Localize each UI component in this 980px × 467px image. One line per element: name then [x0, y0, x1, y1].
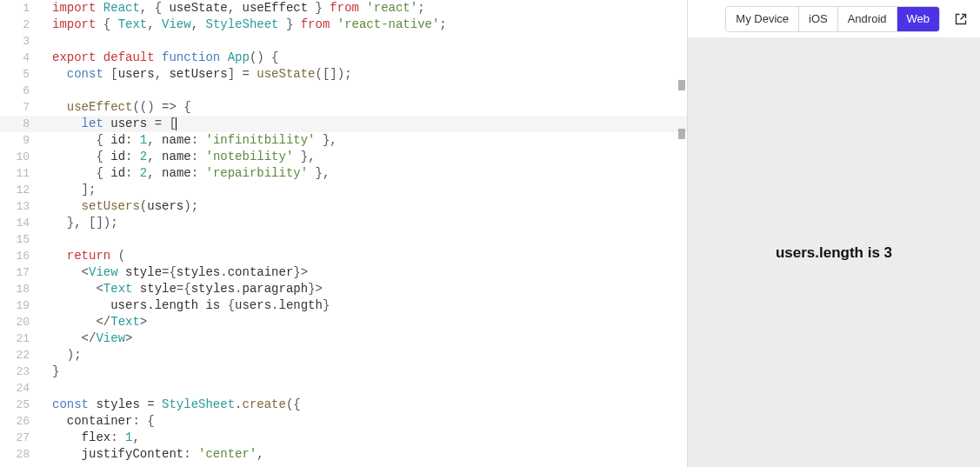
code-line[interactable]: 22 ); — [0, 347, 687, 364]
code-line[interactable]: 5 const [users, setUsers] = useState([])… — [0, 66, 687, 83]
line-number: 14 — [0, 215, 45, 231]
code-line[interactable]: 6 — [0, 83, 687, 99]
code-line[interactable]: 19 users.length is {users.length} — [0, 297, 687, 314]
line-number: 25 — [0, 397, 45, 413]
code-content[interactable]: import React, { useState, useEffect } fr… — [45, 0, 687, 17]
line-number: 2 — [0, 17, 45, 33]
code-content[interactable]: { id: 1, name: 'infinitbility' }, — [45, 132, 687, 149]
line-number: 18 — [0, 281, 45, 297]
code-content[interactable] — [45, 380, 687, 397]
code-content[interactable]: setUsers(users); — [45, 198, 687, 215]
line-number: 6 — [0, 83, 45, 99]
code-line[interactable]: 12 ]; — [0, 182, 687, 198]
code-line[interactable]: 24 — [0, 380, 687, 397]
tab-web[interactable]: Web — [897, 7, 940, 31]
line-number: 20 — [0, 314, 45, 330]
code-content[interactable] — [45, 83, 687, 99]
line-number: 11 — [0, 165, 45, 182]
code-content[interactable]: let users = [ — [45, 116, 687, 132]
code-line[interactable]: 28 justifyContent: 'center', — [0, 446, 687, 463]
line-number: 8 — [0, 116, 45, 132]
code-content[interactable]: flex: 1, — [45, 430, 687, 446]
code-line[interactable]: 14 }, []); — [0, 215, 687, 231]
line-number: 15 — [0, 231, 45, 248]
code-line[interactable]: 2import { Text, View, StyleSheet } from … — [0, 17, 687, 33]
code-line[interactable]: 4export default function App() { — [0, 50, 687, 66]
open-external-icon[interactable] — [952, 10, 970, 28]
line-number: 9 — [0, 132, 45, 149]
code-content[interactable] — [45, 231, 687, 248]
code-content[interactable]: </Text> — [45, 314, 687, 330]
code-content[interactable]: ]; — [45, 182, 687, 198]
code-line[interactable]: 18 <Text style={styles.paragraph}> — [0, 281, 687, 297]
code-line[interactable]: 13 setUsers(users); — [0, 198, 687, 215]
code-line[interactable]: 15 — [0, 231, 687, 248]
code-content[interactable]: } — [45, 364, 687, 380]
platform-tabs: My Device iOS Android Web — [725, 6, 940, 32]
line-number: 16 — [0, 248, 45, 264]
code-content[interactable]: const [users, setUsers] = useState([]); — [45, 66, 687, 83]
code-line[interactable]: 27 flex: 1, — [0, 430, 687, 446]
code-content[interactable]: export default function App() { — [45, 50, 687, 66]
code-line[interactable]: 8 let users = [ — [0, 116, 687, 132]
code-content[interactable]: { id: 2, name: 'notebility' }, — [45, 149, 687, 165]
line-number: 10 — [0, 149, 45, 165]
code-line[interactable]: 25const styles = StyleSheet.create({ — [0, 397, 687, 413]
code-line[interactable]: 7 useEffect(() => { — [0, 99, 687, 116]
line-number: 27 — [0, 430, 45, 446]
tab-android[interactable]: Android — [838, 7, 897, 31]
code-content[interactable]: container: { — [45, 413, 687, 430]
line-number: 24 — [0, 380, 45, 397]
line-number: 26 — [0, 413, 45, 430]
code-content[interactable]: justifyContent: 'center', — [45, 446, 687, 463]
code-content[interactable]: users.length is {users.length} — [45, 297, 687, 314]
preview-viewport: users.length is 3 — [688, 38, 980, 467]
line-number: 1 — [0, 0, 45, 17]
app-root: 1import React, { useState, useEffect } f… — [0, 0, 980, 467]
line-number: 5 — [0, 66, 45, 83]
preview-output-text: users.length is 3 — [776, 245, 892, 260]
code-line[interactable]: 9 { id: 1, name: 'infinitbility' }, — [0, 132, 687, 149]
code-content[interactable]: useEffect(() => { — [45, 99, 687, 116]
code-content[interactable]: import { Text, View, StyleSheet } from '… — [45, 17, 687, 33]
code-content[interactable]: const styles = StyleSheet.create({ — [45, 397, 687, 413]
preview-header: My Device iOS Android Web — [688, 0, 980, 38]
line-number: 13 — [0, 198, 45, 215]
line-number: 7 — [0, 99, 45, 116]
code-line[interactable]: 3 — [0, 33, 687, 50]
line-number: 22 — [0, 347, 45, 364]
line-number: 28 — [0, 446, 45, 463]
code-editor[interactable]: 1import React, { useState, useEffect } f… — [0, 0, 687, 467]
code-content[interactable]: return ( — [45, 248, 687, 264]
code-content[interactable]: <View style={styles.container}> — [45, 264, 687, 281]
code-content[interactable]: }, []); — [45, 215, 687, 231]
code-content[interactable]: ); — [45, 347, 687, 364]
code-content[interactable]: <Text style={styles.paragraph}> — [45, 281, 687, 297]
minimap-marker[interactable] — [678, 80, 685, 90]
code-line[interactable]: 10 { id: 2, name: 'notebility' }, — [0, 149, 687, 165]
line-number: 3 — [0, 33, 45, 50]
code-line[interactable]: 21 </View> — [0, 330, 687, 347]
code-content[interactable] — [45, 33, 687, 50]
line-number: 4 — [0, 50, 45, 66]
code-content[interactable]: { id: 2, name: 'repairbility' }, — [45, 165, 687, 182]
line-number: 23 — [0, 364, 45, 380]
minimap-marker[interactable] — [678, 129, 685, 139]
code-line[interactable]: 20 </Text> — [0, 314, 687, 330]
line-number: 17 — [0, 264, 45, 281]
code-area[interactable]: 1import React, { useState, useEffect } f… — [0, 0, 687, 463]
code-line[interactable]: 26 container: { — [0, 413, 687, 430]
code-content[interactable]: </View> — [45, 330, 687, 347]
preview-pane: My Device iOS Android Web users.length i… — [687, 0, 980, 467]
code-line[interactable]: 16 return ( — [0, 248, 687, 264]
line-number: 19 — [0, 297, 45, 314]
tab-my-device[interactable]: My Device — [726, 7, 799, 31]
tab-ios[interactable]: iOS — [799, 7, 838, 31]
code-line[interactable]: 23} — [0, 364, 687, 380]
line-number: 21 — [0, 330, 45, 347]
line-number: 12 — [0, 182, 45, 198]
code-line[interactable]: 11 { id: 2, name: 'repairbility' }, — [0, 165, 687, 182]
code-line[interactable]: 17 <View style={styles.container}> — [0, 264, 687, 281]
code-line[interactable]: 1import React, { useState, useEffect } f… — [0, 0, 687, 17]
